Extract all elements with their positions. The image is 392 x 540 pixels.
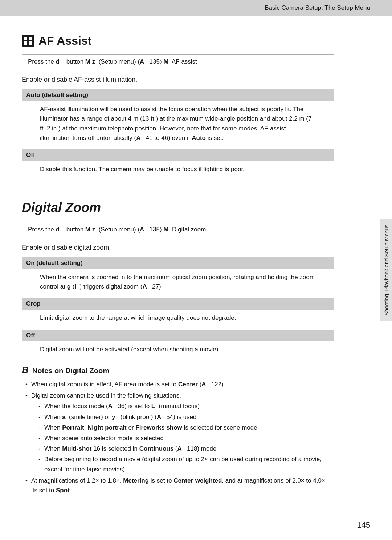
sub-item-3: When Portrait, Night portrait or Firewor… <box>38 423 334 432</box>
sidebar-tab-text: Shooting, Playback and Setup Menus <box>383 225 389 315</box>
sub-item-6: Before beginning to record a movie (digi… <box>38 454 334 474</box>
af-auto-setting-desc: AF-assist illumination will be used to a… <box>22 101 334 149</box>
sub-item-2: When a (smile timer) or y (blink proof) … <box>38 412 334 422</box>
notes-section: B Notes on Digital Zoom When digital zoo… <box>22 364 334 495</box>
af-assist-title-row: AF Assist <box>22 34 334 48</box>
notes-list: When digital zoom is in effect, AF area … <box>22 379 334 495</box>
sidebar-tab: Shooting, Playback and Setup Menus <box>380 219 392 321</box>
af-off-setting-label: Off <box>22 149 334 161</box>
top-bar-title: Basic Camera Setup: The Setup Menu <box>265 4 370 12</box>
notes-sub-list: When the focus mode (A 36) is set to E (… <box>31 401 334 474</box>
af-assist-heading: AF Assist <box>38 34 91 48</box>
notes-bullet-2: Digital zoom cannot be used in the follo… <box>25 391 334 474</box>
section-divider <box>22 190 334 190</box>
dz-crop-setting-label: Crop <box>22 298 334 310</box>
page-number: 145 <box>357 520 370 530</box>
dz-off-setting-desc: Digital zoom will not be activated (exce… <box>22 341 334 361</box>
notes-bullet-3: At magnifications of 1.2× to 1.8×, Meter… <box>25 476 334 495</box>
notes-bullet-1: When digital zoom is in effect, AF area … <box>25 379 334 389</box>
digital-zoom-intro: Enable or disable digital zoom. <box>22 244 334 251</box>
dz-on-setting-label: On (default setting) <box>22 257 334 269</box>
dz-off-setting-label: Off <box>22 330 334 341</box>
sub-item-5: When Multi-shot 16 is selected in Contin… <box>38 444 334 454</box>
notes-heading: Notes on Digital Zoom <box>32 367 109 375</box>
notes-heading-row: B Notes on Digital Zoom <box>22 364 334 376</box>
notes-letter-b: B <box>22 364 29 376</box>
af-off-setting-desc: Disable this function. The camera may be… <box>22 161 334 181</box>
digital-zoom-instruction-text: Press the d button M z (Setup menu) (A 1… <box>28 226 206 233</box>
af-assist-intro: Enable or disable AF-assist illumination… <box>22 76 334 84</box>
af-auto-setting-label: Auto (default setting) <box>22 89 334 101</box>
sub-item-1: When the focus mode (A 36) is set to E (… <box>38 401 334 411</box>
digital-zoom-instruction-box: Press the d button M z (Setup menu) (A 1… <box>22 222 334 237</box>
main-content: AF Assist Press the d button M z (Setup … <box>0 16 356 519</box>
sub-item-4: When scene auto selector mode is selecte… <box>38 433 334 443</box>
top-bar: Basic Camera Setup: The Setup Menu <box>0 0 392 16</box>
af-assist-instruction-text: Press the d button M z (Setup menu) (A 1… <box>28 58 197 65</box>
digital-zoom-title-row: Digital Zoom <box>22 200 334 215</box>
digital-zoom-heading: Digital Zoom <box>22 200 101 215</box>
dz-crop-setting-desc: Limit digital zoom to the range at which… <box>22 310 334 329</box>
af-assist-icon <box>22 35 34 47</box>
dz-on-setting-desc: When the camera is zoomed in to the maxi… <box>22 269 334 298</box>
af-assist-instruction-box: Press the d button M z (Setup menu) (A 1… <box>22 54 334 69</box>
